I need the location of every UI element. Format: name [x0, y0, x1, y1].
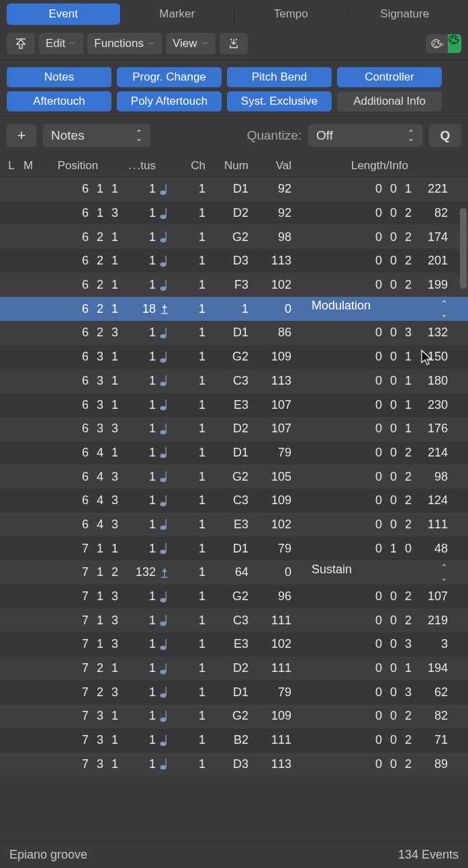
cell-num[interactable]: D2	[215, 206, 258, 220]
cell-channel[interactable]: 1	[183, 350, 215, 364]
cell-val[interactable]: 98	[258, 230, 298, 244]
cell-val[interactable]: 111	[258, 661, 298, 675]
tab-event[interactable]: Event	[7, 3, 121, 25]
col-length[interactable]: Length/Info	[298, 159, 468, 173]
cell-status[interactable]: 1	[125, 254, 160, 268]
cell-status[interactable]: 1	[125, 709, 160, 723]
table-row[interactable]: 72111D2111001194	[0, 657, 468, 681]
cell-channel[interactable]: 1	[183, 254, 215, 268]
cell-position[interactable]: 631	[38, 374, 125, 388]
cell-status[interactable]: 1	[125, 230, 160, 244]
cell-length[interactable]: 001180	[298, 374, 468, 388]
cell-val[interactable]: 102	[258, 637, 298, 651]
cell-length[interactable]: Modulation⌃⌄	[298, 299, 468, 319]
tab-signature[interactable]: Signature	[348, 3, 462, 25]
cell-val[interactable]: 111	[258, 614, 298, 628]
stepper-icon[interactable]: ⌃⌄	[440, 299, 448, 319]
cell-length[interactable]: 002107	[298, 589, 468, 604]
cell-length[interactable]: 00362	[298, 685, 468, 700]
filter-additional-info[interactable]: Additional Info	[337, 91, 442, 111]
midi-in-button[interactable]	[220, 33, 248, 54]
cell-num[interactable]: F3	[215, 278, 258, 292]
cell-status[interactable]: 18	[125, 302, 160, 316]
table-row[interactable]: 63111E3107001230	[0, 393, 468, 417]
cell-position[interactable]: 713	[38, 637, 125, 651]
table-row[interactable]: 73111B211100271	[0, 728, 468, 753]
cell-status[interactable]: 1	[125, 182, 160, 196]
cell-num[interactable]: E3	[215, 637, 258, 651]
col-num[interactable]: Num	[215, 159, 258, 173]
cell-length[interactable]: Sustain⌃⌄	[298, 563, 468, 583]
cell-status[interactable]: 1	[125, 278, 160, 292]
cell-position[interactable]: 633	[38, 422, 125, 436]
cell-position[interactable]: 643	[38, 493, 125, 508]
cell-position[interactable]: 631	[38, 398, 125, 412]
cell-length[interactable]: 001194	[298, 661, 468, 675]
cell-channel[interactable]: 1	[183, 661, 215, 675]
col-val[interactable]: Val	[258, 159, 298, 173]
cell-position[interactable]: 611	[38, 182, 125, 196]
edit-menu[interactable]: Edit﹀	[39, 33, 83, 54]
color-palette-toggle[interactable]: ›	[426, 34, 461, 53]
col-l[interactable]: L	[4, 159, 19, 173]
cell-channel[interactable]: 1	[183, 446, 215, 460]
cell-num[interactable]: G2	[215, 350, 258, 364]
quantize-select[interactable]: Off ⌃⌄	[308, 124, 422, 147]
cell-num[interactable]: G2	[215, 230, 258, 244]
cell-status[interactable]: 1	[125, 206, 160, 220]
cell-position[interactable]: 713	[38, 614, 125, 628]
cell-num[interactable]: G2	[215, 589, 258, 604]
cell-length[interactable]: 001221	[298, 182, 468, 196]
cell-status[interactable]: 132	[125, 565, 160, 579]
table-row[interactable]: 72311D17900362	[0, 680, 468, 704]
cell-status[interactable]: 1	[125, 398, 160, 412]
cell-num[interactable]: C3	[215, 493, 258, 508]
table-row[interactable]: 71311C3111002219	[0, 608, 468, 632]
table-row[interactable]: 64111D179002214	[0, 441, 468, 465]
cell-num[interactable]: D2	[215, 422, 258, 436]
col-position[interactable]: Position	[38, 159, 125, 173]
cell-status[interactable]: 1	[125, 661, 160, 675]
cell-status[interactable]: 1	[125, 614, 160, 628]
cell-length[interactable]: 00282	[298, 709, 468, 723]
cell-val[interactable]: 102	[258, 518, 298, 532]
filter-notes[interactable]: Notes	[7, 67, 111, 87]
cell-length[interactable]: 001230	[298, 398, 468, 412]
cell-position[interactable]: 621	[38, 278, 125, 292]
cell-status[interactable]: 1	[125, 757, 160, 771]
table-row[interactable]: 62111F3102002199	[0, 273, 468, 297]
cell-channel[interactable]: 1	[183, 398, 215, 412]
cell-val[interactable]: 105	[258, 470, 298, 484]
cell-position[interactable]: 723	[38, 685, 125, 700]
cell-status[interactable]: 1	[125, 542, 160, 556]
cell-val[interactable]: 113	[258, 254, 298, 268]
cell-position[interactable]: 731	[38, 733, 125, 747]
filter-poly-aftertouch[interactable]: Poly Aftertouch	[117, 91, 222, 111]
table-row[interactable]: 61111D192001221	[0, 177, 468, 201]
cell-num[interactable]: D1	[215, 685, 258, 700]
cell-channel[interactable]: 1	[183, 565, 215, 579]
cell-length[interactable]: 002174	[298, 230, 468, 244]
cell-position[interactable]: 623	[38, 326, 125, 340]
functions-menu[interactable]: Functions﹀	[87, 33, 162, 54]
cell-length[interactable]: 00298	[298, 470, 468, 484]
cell-num[interactable]: 1	[215, 302, 258, 316]
cell-channel[interactable]: 1	[183, 542, 215, 556]
cell-val[interactable]: 92	[258, 182, 298, 196]
cell-position[interactable]: 621	[38, 254, 125, 268]
cell-channel[interactable]: 1	[183, 182, 215, 196]
cell-val[interactable]: 92	[258, 206, 298, 220]
cell-channel[interactable]: 1	[183, 422, 215, 436]
cell-val[interactable]: 107	[258, 398, 298, 412]
cell-channel[interactable]: 1	[183, 733, 215, 747]
cell-val[interactable]: 109	[258, 493, 298, 508]
cell-status[interactable]: 1	[125, 422, 160, 436]
cell-num[interactable]: D1	[215, 446, 258, 460]
cell-num[interactable]: D1	[215, 182, 258, 196]
cell-num[interactable]: C3	[215, 614, 258, 628]
cell-val[interactable]: 113	[258, 374, 298, 388]
cell-position[interactable]: 643	[38, 470, 125, 484]
cell-length[interactable]: 0033	[298, 637, 468, 651]
cell-position[interactable]: 713	[38, 589, 125, 604]
cell-val[interactable]: 102	[258, 278, 298, 292]
